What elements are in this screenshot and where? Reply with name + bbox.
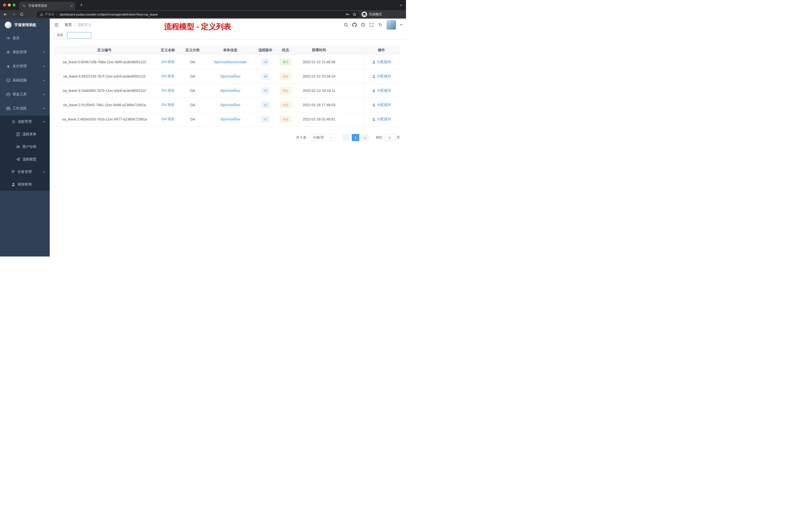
tag-process-definition[interactable]: 流程定义 × bbox=[67, 32, 91, 39]
cell-form-link[interactable]: /bpm/oa/flow bbox=[204, 98, 256, 112]
window-zoom-button[interactable] bbox=[12, 3, 16, 6]
column-header-status: 状态 bbox=[274, 46, 296, 55]
toolbox-lock-icon bbox=[6, 92, 10, 96]
bookmark-star-icon[interactable] bbox=[352, 12, 356, 16]
avatar-caret-icon[interactable] bbox=[400, 24, 403, 26]
cell-filler bbox=[342, 55, 363, 69]
chevron-down-icon bbox=[43, 51, 46, 54]
cell-deploy-time: 2022-01-16 17:46:53 bbox=[296, 98, 342, 112]
user-group-icon bbox=[16, 145, 20, 149]
github-icon[interactable] bbox=[352, 23, 357, 27]
cell-status: 激活 bbox=[274, 55, 296, 69]
sidebar: 芋道管理系统 首页 系统管理 ¥ 支付管理 bbox=[0, 19, 50, 256]
url-omnibox[interactable]: 不安全 dashboard.yudao.iocoder.cn/bpm/manag… bbox=[37, 11, 359, 18]
goto-label: 前往 bbox=[376, 135, 382, 140]
status-badge: 挂起 bbox=[280, 102, 291, 108]
avatar[interactable] bbox=[386, 20, 396, 30]
sidebar-item-payment-management[interactable]: ¥ 支付管理 bbox=[0, 59, 50, 73]
fullscreen-icon[interactable] bbox=[369, 23, 374, 27]
sidebar-item-infrastructure[interactable]: 基础设施 bbox=[0, 73, 50, 87]
sidebar-item-workflow[interactable]: 工作流程 bbox=[0, 101, 50, 116]
password-key-icon[interactable] bbox=[346, 12, 349, 16]
annotation-title: 流程模型 - 定义列表 bbox=[164, 22, 231, 32]
sidebar-item-system-management[interactable]: 系统管理 bbox=[0, 45, 50, 59]
cell-deploy-time: 2022-01-22 19:19:11 bbox=[296, 84, 342, 98]
page-goto-input[interactable] bbox=[384, 134, 395, 141]
user-icon bbox=[372, 74, 376, 78]
sidebar-item-process-model[interactable]: 流程模型 bbox=[0, 153, 50, 165]
cell-category: OA bbox=[181, 98, 204, 112]
next-page-button[interactable]: › bbox=[361, 134, 369, 141]
version-badge: v5 bbox=[261, 59, 270, 65]
gear-icon bbox=[6, 50, 10, 54]
user-icon bbox=[372, 60, 376, 64]
cell-definition-id: oa_leave:4:991f2193-7b7f-11ec-a3c8-acde4… bbox=[54, 69, 155, 83]
tab-close-icon[interactable]: × bbox=[70, 4, 73, 8]
cell-form-link[interactable]: /bpm/oa/flow bbox=[204, 69, 256, 83]
reload-button[interactable] bbox=[19, 11, 25, 17]
not-secure-warning-icon bbox=[40, 12, 44, 16]
back-button[interactable] bbox=[2, 11, 8, 17]
prev-page-button[interactable]: ‹ bbox=[342, 134, 350, 141]
tag-close-icon[interactable]: × bbox=[87, 34, 89, 37]
help-icon[interactable] bbox=[361, 23, 365, 27]
window-minimize-button[interactable] bbox=[8, 3, 11, 6]
breadcrumb-separator: / bbox=[74, 23, 75, 27]
cell-assign-rule[interactable]: 分配规则 bbox=[363, 84, 400, 98]
cell-definition-id: oa_leave:5:004b710b-7b8a-11ec-8ef0-acde4… bbox=[54, 55, 155, 69]
sidebar-item-user-group[interactable]: 用户分组 bbox=[0, 141, 50, 153]
cell-form-link[interactable]: /bpm/oa/leave/create bbox=[204, 55, 256, 69]
logo-title: 芋道管理系统 bbox=[14, 23, 36, 27]
sidebar-item-process-form[interactable]: 流程表单 bbox=[0, 128, 50, 141]
page-size-select[interactable]: 10条/页 bbox=[310, 134, 335, 141]
select-caret-icon bbox=[330, 137, 332, 139]
dashboard-icon bbox=[6, 36, 10, 40]
document-icon bbox=[16, 132, 20, 136]
window-close-button[interactable] bbox=[3, 3, 6, 6]
column-header-deploy-time: 部署时间 bbox=[296, 46, 342, 55]
pagination: 共 5 条 10条/页 ‹ 1 › 前往 页 bbox=[296, 134, 400, 141]
tab-title: 芋道管理系统 bbox=[28, 4, 70, 8]
monitor-icon bbox=[6, 78, 10, 82]
cell-assign-rule[interactable]: 分配规则 bbox=[363, 55, 400, 69]
hamburger-icon[interactable] bbox=[54, 23, 59, 27]
cell-form-link[interactable]: /bpm/oa/flow bbox=[204, 112, 256, 126]
search-icon[interactable] bbox=[344, 23, 348, 27]
page-number-1[interactable]: 1 bbox=[352, 134, 359, 141]
cell-assign-rule[interactable]: 分配规则 bbox=[363, 112, 400, 126]
cell-category: OA bbox=[181, 84, 204, 98]
tag-home[interactable]: 首页 bbox=[55, 32, 65, 39]
cell-status: 挂起 bbox=[274, 98, 296, 112]
forward-button[interactable] bbox=[10, 11, 17, 17]
sidebar-item-home[interactable]: 首页 bbox=[0, 31, 50, 45]
cell-definition-name[interactable]: OA 请假 bbox=[155, 69, 181, 83]
breadcrumb-home[interactable]: 首页 bbox=[65, 23, 72, 27]
cell-definition-name[interactable]: OA 请假 bbox=[155, 55, 181, 69]
url-text[interactable]: dashboard.yudao.iocoder.cn/bpm/manager/d… bbox=[60, 12, 343, 16]
browser-tab[interactable]: 芋道管理系统 × bbox=[19, 2, 75, 10]
cell-definition-name[interactable]: OA 请假 bbox=[155, 84, 181, 98]
chevron-up-icon bbox=[43, 120, 46, 123]
cell-assign-rule[interactable]: 分配规则 bbox=[363, 98, 400, 112]
cell-category: OA bbox=[181, 55, 204, 69]
cell-definition-name[interactable]: OA 请假 bbox=[155, 98, 181, 112]
flag-icon bbox=[11, 170, 15, 174]
font-size-icon[interactable] bbox=[378, 23, 382, 27]
sidebar-item-dev-tools[interactable]: 研发工具 bbox=[0, 87, 50, 101]
cell-assign-rule[interactable]: 分配规则 bbox=[363, 69, 400, 83]
favicon bbox=[22, 4, 26, 8]
table-header: 定义编号 定义名称 定义分类 表单信息 流程版本 状态 部署时间 操作 bbox=[54, 46, 400, 55]
sidebar-item-process-management[interactable]: 流程管理 bbox=[0, 116, 50, 128]
security-label[interactable]: 不安全 bbox=[45, 12, 55, 17]
sidebar-item-task-management[interactable]: 任务管理 bbox=[0, 165, 50, 178]
status-badge: 挂起 bbox=[280, 116, 291, 122]
new-tab-button[interactable]: + bbox=[78, 2, 84, 8]
table-row: oa_leave:1:482ec033-762a-11ec-8477-a2380… bbox=[54, 112, 400, 126]
sidebar-logo[interactable]: 芋道管理系统 bbox=[0, 19, 50, 31]
cell-form-link[interactable]: /bpm/oa/flow bbox=[204, 84, 256, 98]
paper-plane-icon bbox=[16, 157, 20, 161]
yen-icon: ¥ bbox=[6, 64, 10, 68]
sidebar-item-leave-query[interactable]: 请假查询 bbox=[0, 178, 50, 191]
tab-search-chevron-icon[interactable] bbox=[399, 3, 403, 7]
cell-definition-name[interactable]: OA 请假 bbox=[155, 112, 181, 126]
